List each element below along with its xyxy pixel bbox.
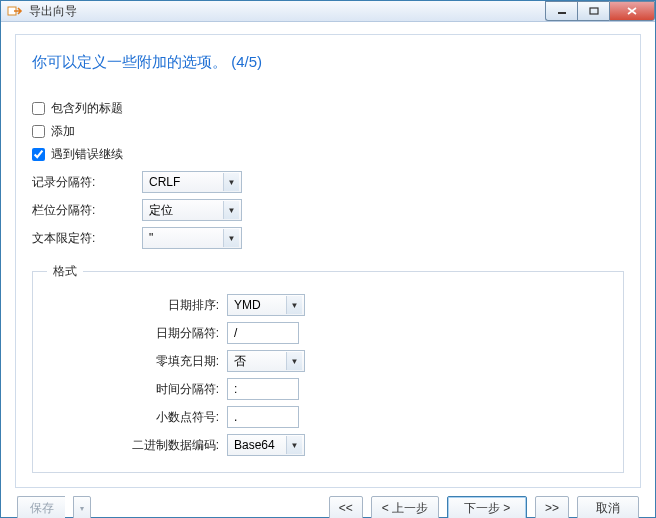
save-split-button: 保存 ▾ <box>17 496 91 518</box>
app-icon <box>7 3 23 19</box>
content-area: 你可以定义一些附加的选项。 (4/5) 包含列的标题 添加 遇到错误继续 记录分… <box>1 22 655 518</box>
zero-fill-label: 零填充日期: <box>47 353 227 370</box>
check-continue-error[interactable] <box>32 148 45 161</box>
chevron-down-icon: ▼ <box>286 352 302 370</box>
date-sep-label: 日期分隔符: <box>47 325 227 342</box>
window-buttons <box>545 1 655 21</box>
text-qualifier-value: " <box>149 231 153 245</box>
time-sep-input[interactable]: : <box>227 378 299 400</box>
check-continue-error-row: 遇到错误继续 <box>32 146 624 163</box>
decimal-value: . <box>234 410 237 424</box>
maximize-button[interactable] <box>577 1 609 21</box>
decimal-input[interactable]: . <box>227 406 299 428</box>
binary-enc-label: 二进制数据编码: <box>47 437 227 454</box>
date-sep-input[interactable]: / <box>227 322 299 344</box>
check-append-row: 添加 <box>32 123 624 140</box>
window-title: 导出向导 <box>29 3 77 20</box>
zero-fill-value: 否 <box>234 353 246 370</box>
field-sep-label: 栏位分隔符: <box>32 202 142 219</box>
close-button[interactable] <box>609 1 655 21</box>
prev-button[interactable]: < 上一步 <box>371 496 439 518</box>
check-include-titles-row: 包含列的标题 <box>32 100 624 117</box>
check-append[interactable] <box>32 125 45 138</box>
time-sep-label: 时间分隔符: <box>47 381 227 398</box>
chevron-down-icon: ▼ <box>286 436 302 454</box>
chevron-down-icon: ▼ <box>223 173 239 191</box>
check-include-titles[interactable] <box>32 102 45 115</box>
save-button[interactable]: 保存 <box>17 496 65 518</box>
record-sep-select[interactable]: CRLF ▼ <box>142 171 242 193</box>
check-append-label: 添加 <box>51 123 75 140</box>
time-sep-value: : <box>234 382 237 396</box>
cancel-button[interactable]: 取消 <box>577 496 639 518</box>
titlebar: 导出向导 <box>1 1 655 22</box>
field-sep-value: 定位 <box>149 202 173 219</box>
zero-fill-select[interactable]: 否 ▼ <box>227 350 305 372</box>
page-heading: 你可以定义一些附加的选项。 (4/5) <box>32 53 624 72</box>
date-order-label: 日期排序: <box>47 297 227 314</box>
format-legend: 格式 <box>47 263 83 280</box>
next-button[interactable]: 下一步 > <box>447 496 527 518</box>
binary-enc-select[interactable]: Base64 ▼ <box>227 434 305 456</box>
inner-panel: 你可以定义一些附加的选项。 (4/5) 包含列的标题 添加 遇到错误继续 记录分… <box>15 34 641 488</box>
svg-rect-2 <box>590 8 598 14</box>
format-group: 格式 日期排序: YMD ▼ 日期分隔符: / 零填充日期: 否 ▼ <box>32 263 624 473</box>
format-grid: 日期排序: YMD ▼ 日期分隔符: / 零填充日期: 否 ▼ 时间分隔符: <box>47 294 609 456</box>
text-qualifier-select[interactable]: " ▼ <box>142 227 242 249</box>
save-dropdown-button[interactable]: ▾ <box>73 496 91 518</box>
check-include-titles-label: 包含列的标题 <box>51 100 123 117</box>
decimal-label: 小数点符号: <box>47 409 227 426</box>
minimize-button[interactable] <box>545 1 577 21</box>
record-sep-label: 记录分隔符: <box>32 174 142 191</box>
last-button[interactable]: >> <box>535 496 569 518</box>
date-order-value: YMD <box>234 298 261 312</box>
binary-enc-value: Base64 <box>234 438 275 452</box>
first-button[interactable]: << <box>329 496 363 518</box>
chevron-down-icon: ▼ <box>286 296 302 314</box>
field-sep-select[interactable]: 定位 ▼ <box>142 199 242 221</box>
checkbox-group: 包含列的标题 添加 遇到错误继续 <box>32 100 624 163</box>
button-bar: 保存 ▾ << < 上一步 下一步 > >> 取消 <box>15 488 641 518</box>
date-sep-value: / <box>234 326 237 340</box>
date-order-select[interactable]: YMD ▼ <box>227 294 305 316</box>
export-wizard-window: 导出向导 你可以定义一些附加的选项。 (4/5) 包含列的标题 <box>0 0 656 518</box>
chevron-down-icon: ▼ <box>223 229 239 247</box>
text-qualifier-label: 文本限定符: <box>32 230 142 247</box>
chevron-down-icon: ▼ <box>223 201 239 219</box>
check-continue-error-label: 遇到错误继续 <box>51 146 123 163</box>
separator-grid: 记录分隔符: CRLF ▼ 栏位分隔符: 定位 ▼ 文本限定符: " ▼ <box>32 171 624 249</box>
record-sep-value: CRLF <box>149 175 180 189</box>
